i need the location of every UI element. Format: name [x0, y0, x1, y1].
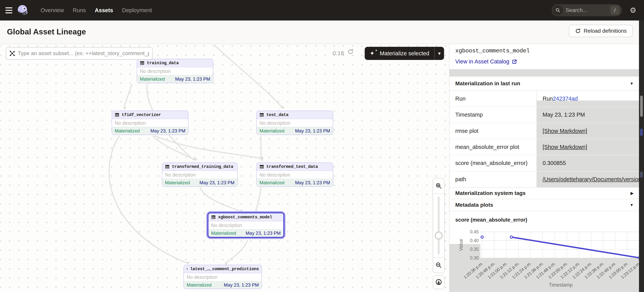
node-footer: MaterializedMay 23, 1:23 PM: [184, 281, 262, 289]
node-header: xgboost_comments_model: [208, 213, 283, 221]
reload-definitions-button[interactable]: Reload definitions: [569, 25, 633, 37]
external-link-icon: [512, 59, 517, 64]
zoom-in-button[interactable]: [433, 178, 444, 194]
edge-tfidf_vectorizer-to-latest_-_comment_predictions: [109, 136, 188, 263]
row-value: [Show Markdown]: [537, 123, 639, 139]
table-icon: [140, 61, 144, 65]
edge-xgboost_comments_model-to-latest_-_comment_predictions: [226, 240, 248, 263]
page-title: Global Asset Lineage: [7, 28, 86, 36]
node-name: latest_…_comment_predictions: [190, 267, 259, 271]
nav-tab-assets[interactable]: Assets: [95, 7, 113, 14]
asset-node-test_data[interactable]: test_dataNo descriptionMaterializedMay 2…: [256, 111, 333, 135]
section-header-system-tags[interactable]: Materialization system tags ▶: [450, 187, 639, 199]
search-input[interactable]: Search... /: [552, 4, 622, 16]
node-materialization-date: May 23, 1:23 PM: [175, 76, 210, 82]
zoom-slider-track[interactable]: [438, 196, 440, 254]
zoom-slider[interactable]: [433, 194, 444, 257]
section-header-metadata-plots[interactable]: Metadata plots ▼: [450, 199, 639, 211]
edge-tfidf_vectorizer-to-transformed_training_data: [152, 136, 196, 160]
value-link[interactable]: [Show Markdown]: [542, 128, 587, 134]
node-materialization-date: May 23, 1:23 PM: [246, 230, 281, 236]
edge-transformed_test_data-to-xgboost_comments_model: [256, 187, 261, 211]
row-value: Run 242374ad: [537, 91, 639, 107]
node-name: test_data: [266, 113, 288, 117]
value-link[interactable]: [Show Markdown]: [542, 144, 587, 150]
asset-node-tfidf_vectorizer[interactable]: tfidf_vectorizerNo descriptionMaterializ…: [112, 111, 188, 135]
scrollbar-thumb[interactable]: [640, 96, 643, 117]
materialize-dropdown-caret[interactable]: ▾: [434, 51, 444, 57]
zoom-in-icon: [436, 183, 442, 189]
value-link[interactable]: /Users/odetteharary/Documents/version: [542, 176, 639, 183]
nav-tab-runs[interactable]: Runs: [73, 7, 86, 14]
run-id-link[interactable]: 242374ad: [553, 96, 578, 102]
asset-node-transformed_training_data[interactable]: transformed_training_dataNo descriptionM…: [162, 162, 238, 187]
node-header: test_data: [257, 111, 333, 119]
table-row-Run: RunRun 242374ad: [450, 91, 639, 107]
zoom-out-button[interactable]: [433, 257, 444, 273]
view-in-asset-catalog-link[interactable]: View in Asset Catalog: [455, 58, 517, 65]
node-name: transformed_training_data: [172, 164, 233, 169]
edge-test_data-to-transformed_test_data: [261, 136, 261, 160]
dagster-logo[interactable]: [16, 4, 28, 16]
y-tick-label: 0.35: [470, 247, 479, 252]
zoom-controls: [433, 178, 445, 273]
node-description: No description: [184, 273, 262, 281]
nav-tab-overview[interactable]: Overview: [40, 7, 64, 14]
right-edge-scrollbar: [639, 21, 644, 292]
panel-asset-title: xgboost_comments_model: [455, 48, 530, 54]
node-name: training_data: [147, 61, 179, 66]
section-header-materialization-last-run[interactable]: Materialization in last run ▼: [450, 77, 639, 91]
asset-node-xgboost_comments_model[interactable]: xgboost_comments_modelNo descriptionMate…: [208, 212, 284, 238]
collapse-caret-icon[interactable]: ▼: [630, 203, 634, 207]
row-label: rmse plot: [450, 123, 537, 139]
zoom-slider-thumb[interactable]: [435, 232, 442, 239]
asset-node-transformed_test_data[interactable]: transformed_test_dataNo descriptionMater…: [256, 162, 333, 187]
hamburger-menu-icon[interactable]: [0, 0, 12, 21]
node-header: transformed_training_data: [162, 163, 237, 171]
asset-details-panel: xgboost_comments_model View in Asset Cat…: [450, 44, 639, 292]
y-tick-label: 0.40: [470, 238, 479, 243]
gear-icon[interactable]: ⚙: [630, 7, 636, 14]
asset-node-training_data[interactable]: training_dataNo descriptionMaterializedM…: [137, 59, 213, 83]
node-header: training_data: [137, 59, 213, 67]
node-materialization-date: May 23, 1:23 PM: [295, 128, 330, 134]
nav-tab-deployment[interactable]: Deployment: [122, 7, 152, 14]
asset-filter-box[interactable]: [6, 47, 152, 60]
zoom-out-icon: [436, 262, 442, 268]
row-label: score (mean_absolute_error): [450, 155, 537, 171]
node-description: No description: [162, 171, 237, 179]
edge-transformed_training_data-to-xgboost_comments_model: [200, 187, 241, 211]
slash-shortcut-badge: /: [610, 6, 619, 15]
edge-tfidf_vectorizer-to-transformed_test_data: [154, 136, 262, 159]
collapse-caret-icon[interactable]: ▼: [630, 81, 634, 86]
panel-divider-band: [450, 69, 639, 77]
chart-point: [510, 236, 512, 238]
clipped-window-fragment: [640, 129, 643, 136]
row-label: path: [450, 172, 537, 187]
row-value: /Users/odetteharary/Documents/version: [537, 172, 639, 187]
nav-tabs: OverviewRunsAssetsDeployment: [40, 7, 152, 14]
refresh-icon: [575, 28, 581, 34]
materialize-selected-button[interactable]: ✦ ✦ Materialize selected ▾: [365, 47, 444, 60]
download-button[interactable]: [433, 275, 445, 289]
download-icon: [435, 278, 442, 286]
refresh-countdown-icon[interactable]: [347, 48, 354, 55]
node-description: No description: [257, 119, 333, 127]
node-name: transformed_test_data: [266, 164, 318, 169]
page-header: Global Asset Lineage Reload definitions: [0, 21, 644, 44]
chart-title: score (mean_absolute_error): [455, 217, 527, 223]
node-status-badge: Materialized: [211, 230, 236, 236]
table-icon: [260, 164, 264, 169]
node-status-badge: Materialized: [165, 180, 190, 185]
asset-filter-input[interactable]: [18, 50, 149, 57]
asset-node-latest_-_comment_predictions[interactable]: latest_…_comment_predictionsNo descripti…: [184, 265, 262, 289]
graph-icon: [9, 51, 15, 56]
expand-caret-icon[interactable]: ▶: [631, 191, 634, 195]
node-header: transformed_test_data: [257, 163, 333, 171]
row-label: mean_absolute_error plot: [450, 139, 537, 155]
table-icon: [260, 113, 264, 117]
node-materialization-date: May 23, 1:23 PM: [200, 180, 234, 185]
asset-graph-canvas[interactable]: training_dataNo descriptionMaterializedM…: [0, 44, 450, 292]
sparkle-icon: ✦ ✦: [370, 50, 377, 57]
node-description: No description: [257, 171, 333, 179]
